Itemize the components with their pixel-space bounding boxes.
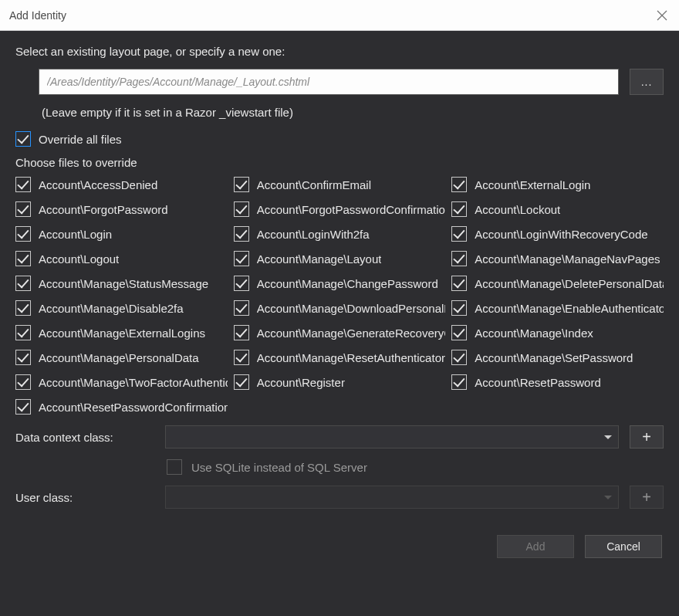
file-checkbox[interactable] <box>234 325 249 340</box>
file-label: Account\Manage\ResetAuthenticator <box>257 351 445 364</box>
layout-row: ... <box>39 69 664 95</box>
close-icon[interactable] <box>656 9 668 22</box>
file-checkbox[interactable] <box>234 350 249 365</box>
file-item: Account\ResetPasswordConfirmation <box>15 399 228 415</box>
file-item: Account\Manage\TwoFactorAuthentication <box>15 374 228 390</box>
user-class-add-button: + <box>630 486 664 509</box>
file-checkbox[interactable] <box>451 276 467 291</box>
titlebar: Add Identity <box>0 0 679 31</box>
file-item: Account\ConfirmEmail <box>234 177 446 192</box>
sqlite-row: Use SQLite instead of SQL Server <box>167 459 664 475</box>
user-class-label: User class: <box>15 491 154 504</box>
file-label: Account\Manage\SetPassword <box>475 351 633 364</box>
file-item: Account\ForgotPassword <box>15 201 228 217</box>
file-checkbox[interactable] <box>234 226 249 242</box>
file-item: Account\Manage\ChangePassword <box>234 276 446 291</box>
file-label: Account\Manage\EnableAuthenticator <box>475 302 664 315</box>
file-item: Account\Manage\SetPassword <box>451 350 664 365</box>
file-checkbox[interactable] <box>15 325 31 340</box>
file-item: Account\Manage\ExternalLogins <box>15 325 228 340</box>
data-context-dropdown[interactable] <box>165 425 619 448</box>
file-label: Account\AccessDenied <box>39 178 157 191</box>
file-checkbox[interactable] <box>234 276 249 291</box>
file-item: Account\ResetPassword <box>451 374 664 390</box>
file-checkbox[interactable] <box>234 201 249 217</box>
file-label: Account\Manage\ManageNavPages <box>475 252 660 266</box>
file-checkbox[interactable] <box>451 177 467 192</box>
choose-files-label: Choose files to override <box>15 156 664 169</box>
file-checkbox[interactable] <box>234 177 249 192</box>
file-label: Account\Lockout <box>475 203 560 216</box>
file-label: Account\ConfirmEmail <box>257 178 371 191</box>
file-label: Account\Manage\TwoFactorAuthentication <box>39 376 228 389</box>
file-label: Account\ForgotPasswordConfirmation <box>257 203 446 216</box>
data-context-row: Data context class: + <box>15 425 664 448</box>
file-item: Account\Manage\Layout <box>234 251 446 266</box>
file-label: Account\ForgotPassword <box>39 203 168 216</box>
file-item: Account\ForgotPasswordConfirmation <box>234 201 446 217</box>
dialog-footer: Add Cancel <box>0 518 679 570</box>
file-checkbox[interactable] <box>451 226 467 242</box>
file-checkbox[interactable] <box>451 374 467 390</box>
file-item: Account\Manage\StatusMessage <box>15 276 228 291</box>
file-checkbox[interactable] <box>451 350 467 365</box>
window-title: Add Identity <box>9 9 66 22</box>
layout-hint: (Leave empty if it is set in a Razor _vi… <box>42 106 664 119</box>
file-label: Account\Manage\DownloadPersonalData <box>257 302 446 315</box>
file-checkbox[interactable] <box>451 300 467 316</box>
layout-path-input[interactable] <box>39 69 619 95</box>
file-label: Account\LoginWith2fa <box>257 228 370 241</box>
file-checkbox[interactable] <box>451 325 467 340</box>
chevron-down-icon <box>604 435 612 439</box>
override-all-checkbox[interactable] <box>15 131 31 147</box>
layout-instruction: Select an existing layout page, or speci… <box>15 45 664 58</box>
file-label: Account\ResetPassword <box>475 376 600 389</box>
file-checkbox[interactable] <box>15 374 31 390</box>
file-checkbox[interactable] <box>15 177 31 192</box>
file-checkbox[interactable] <box>451 251 467 266</box>
file-label: Account\Manage\Disable2fa <box>39 302 184 315</box>
dialog-content: Select an existing layout page, or speci… <box>0 31 679 518</box>
file-label: Account\ExternalLogin <box>475 178 590 191</box>
file-item: Account\Lockout <box>451 201 664 217</box>
data-context-add-button[interactable]: + <box>630 425 664 448</box>
file-item: Account\Manage\Disable2fa <box>15 300 228 316</box>
file-item: Account\Manage\Index <box>451 325 664 340</box>
file-checkbox[interactable] <box>451 201 467 217</box>
file-checkbox[interactable] <box>234 251 249 266</box>
file-label: Account\Manage\Index <box>475 327 593 340</box>
file-checkbox[interactable] <box>15 201 31 217</box>
file-checkbox[interactable] <box>15 399 31 415</box>
cancel-button[interactable]: Cancel <box>585 535 662 558</box>
file-item: Account\Logout <box>15 251 228 266</box>
file-item: Account\LoginWithRecoveryCode <box>451 226 664 242</box>
file-label: Account\ResetPasswordConfirmation <box>39 401 228 414</box>
file-checkbox[interactable] <box>234 300 249 316</box>
file-label: Account\Register <box>257 376 345 389</box>
user-class-dropdown <box>165 486 619 509</box>
file-label: Account\Manage\ChangePassword <box>257 277 438 290</box>
file-checkbox[interactable] <box>15 276 31 291</box>
file-item: Account\Login <box>15 226 228 242</box>
file-label: Account\LoginWithRecoveryCode <box>475 228 647 241</box>
override-all-label: Override all files <box>39 133 122 146</box>
browse-button[interactable]: ... <box>630 69 664 95</box>
file-checkbox[interactable] <box>15 226 31 242</box>
file-label: Account\Logout <box>39 252 119 266</box>
data-context-label: Data context class: <box>15 431 154 444</box>
file-checkbox[interactable] <box>234 374 249 390</box>
file-checkbox[interactable] <box>15 300 31 316</box>
file-item: Account\Manage\DeletePersonalData <box>451 276 664 291</box>
file-item: Account\Manage\DownloadPersonalData <box>234 300 446 316</box>
file-label: Account\Manage\ExternalLogins <box>39 327 205 340</box>
file-label: Account\Manage\Layout <box>257 252 382 266</box>
file-item: Account\Manage\GenerateRecoveryCodes <box>234 325 446 340</box>
user-class-row: User class: + <box>15 486 664 509</box>
chevron-down-icon <box>604 496 612 499</box>
file-item: Account\Manage\PersonalData <box>15 350 228 365</box>
file-label: Account\Manage\StatusMessage <box>39 277 208 290</box>
file-checkbox[interactable] <box>15 350 31 365</box>
file-item: Account\Manage\EnableAuthenticator <box>451 300 664 316</box>
file-checkbox[interactable] <box>15 251 31 266</box>
file-item: Account\Manage\ResetAuthenticator <box>234 350 446 365</box>
